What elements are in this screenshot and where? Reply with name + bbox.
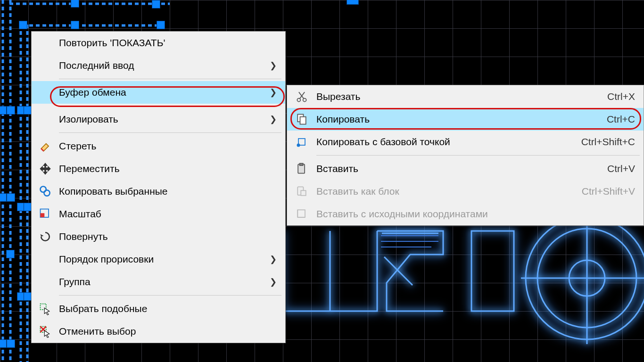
select-similar-icon bbox=[32, 302, 59, 315]
paste-origcoords-icon bbox=[287, 207, 316, 221]
copy-icon bbox=[287, 113, 316, 126]
grip[interactable] bbox=[6, 250, 15, 258]
submenu-arrow-icon: ❯ bbox=[267, 114, 277, 124]
clipboard-submenu: Вырезать Ctrl+X Копировать Ctrl+C Копиро… bbox=[287, 85, 644, 226]
menu-scale-label: Масштаб bbox=[59, 208, 267, 220]
svg-rect-31 bbox=[301, 190, 306, 196]
menu-separator bbox=[59, 79, 281, 79]
copy-basepoint-icon bbox=[287, 135, 316, 148]
menu-draworder-label: Порядок прорисовки bbox=[59, 254, 267, 265]
svg-point-27 bbox=[297, 144, 299, 146]
submenu-arrow-icon: ❯ bbox=[267, 60, 277, 71]
menu-copy-selection[interactable]: Копировать выбранные bbox=[32, 180, 285, 203]
grip[interactable] bbox=[7, 339, 15, 348]
grip[interactable] bbox=[157, 21, 165, 29]
submenu-arrow-icon: ❯ bbox=[267, 87, 277, 98]
menu-erase-label: Стереть bbox=[59, 140, 267, 152]
svg-rect-17 bbox=[41, 213, 45, 217]
move-icon bbox=[32, 162, 59, 175]
submenu-paste-orig[interactable]: Вставить с исходными координатами bbox=[287, 203, 644, 225]
menu-clipboard-label: Буфер обмена bbox=[59, 87, 267, 98]
deselect-icon bbox=[32, 325, 59, 338]
grip[interactable] bbox=[152, 0, 160, 8]
submenu-paste-block[interactable]: Вставить как блок Ctrl+Shift+V bbox=[287, 180, 644, 203]
submenu-cut-label: Вырезать bbox=[316, 91, 607, 102]
menu-copysel-label: Копировать выбранные bbox=[59, 186, 267, 197]
grip[interactable] bbox=[71, 0, 79, 8]
copy-selection-icon bbox=[32, 185, 59, 198]
submenu-pasteblock-shortcut: Ctrl+Shift+V bbox=[582, 186, 635, 197]
svg-point-15 bbox=[44, 190, 50, 196]
grip[interactable] bbox=[0, 193, 7, 202]
submenu-cut-shortcut: Ctrl+X bbox=[607, 91, 635, 102]
submenu-arrow-icon: ❯ bbox=[267, 277, 277, 287]
paste-icon bbox=[287, 162, 316, 175]
menu-group[interactable]: Группа ❯ bbox=[32, 271, 285, 293]
submenu-paste-label: Вставить bbox=[316, 163, 607, 174]
menu-rotate[interactable]: Повернуть bbox=[32, 225, 285, 248]
erase-icon bbox=[32, 140, 59, 153]
menu-scale[interactable]: Масштаб bbox=[32, 203, 285, 225]
submenu-paste[interactable]: Вставить Ctrl+V bbox=[287, 157, 644, 180]
menu-move[interactable]: Переместить bbox=[32, 157, 285, 180]
svg-rect-29 bbox=[300, 164, 303, 165]
submenu-copy-shortcut: Ctrl+C bbox=[607, 114, 635, 125]
submenu-copybase-label: Копировать с базовой точкой bbox=[316, 136, 581, 148]
svg-rect-25 bbox=[300, 117, 306, 124]
menu-group-label: Группа bbox=[59, 276, 267, 288]
menu-draw-order[interactable]: Порядок прорисовки ❯ bbox=[32, 248, 285, 271]
submenu-copy-label: Копировать bbox=[316, 114, 607, 125]
submenu-copy[interactable]: Копировать Ctrl+C bbox=[287, 108, 644, 131]
submenu-pasteorig-label: Вставить с исходными координатами bbox=[316, 208, 635, 220]
context-menu: Повторить 'ПОКАЗАТЬ' Последний ввод ❯ Бу… bbox=[31, 31, 286, 343]
menu-deselect[interactable]: Отменить выбор bbox=[32, 320, 285, 343]
submenu-pasteblock-label: Вставить как блок bbox=[316, 186, 582, 197]
grip[interactable] bbox=[0, 106, 7, 115]
menu-recent-label: Последний ввод bbox=[59, 60, 267, 71]
menu-selectsimilar-label: Выбрать подобные bbox=[59, 303, 267, 314]
grip[interactable] bbox=[0, 339, 7, 348]
menu-rotate-label: Повернуть bbox=[59, 231, 267, 242]
menu-recent-input[interactable]: Последний ввод ❯ bbox=[32, 54, 285, 77]
menu-erase[interactable]: Стереть bbox=[32, 135, 285, 157]
submenu-paste-shortcut: Ctrl+V bbox=[607, 163, 635, 174]
grip[interactable] bbox=[347, 0, 359, 5]
menu-separator bbox=[59, 106, 281, 106]
svg-rect-32 bbox=[297, 210, 305, 217]
grip[interactable] bbox=[71, 21, 79, 29]
grip[interactable] bbox=[19, 21, 27, 29]
submenu-arrow-icon: ❯ bbox=[267, 254, 277, 264]
submenu-copybase-shortcut: Ctrl+Shift+C bbox=[581, 136, 635, 148]
menu-repeat[interactable]: Повторить 'ПОКАЗАТЬ' bbox=[32, 32, 285, 54]
cut-icon bbox=[287, 90, 316, 103]
submenu-cut[interactable]: Вырезать Ctrl+X bbox=[287, 85, 644, 108]
menu-clipboard[interactable]: Буфер обмена ❯ bbox=[32, 81, 285, 104]
menu-select-similar[interactable]: Выбрать подобные bbox=[32, 297, 285, 320]
paste-block-icon bbox=[287, 185, 316, 198]
menu-isolate-label: Изолировать bbox=[59, 114, 267, 125]
grip[interactable] bbox=[7, 106, 15, 115]
rotate-icon bbox=[32, 230, 59, 243]
scale-icon bbox=[32, 207, 59, 221]
grip[interactable] bbox=[7, 193, 15, 202]
submenu-separator bbox=[316, 155, 640, 156]
menu-isolate[interactable]: Изолировать ❯ bbox=[32, 108, 285, 131]
menu-separator bbox=[59, 295, 281, 296]
menu-deselect-label: Отменить выбор bbox=[59, 326, 267, 337]
menu-repeat-label: Повторить 'ПОКАЗАТЬ' bbox=[59, 37, 267, 49]
submenu-copy-base[interactable]: Копировать с базовой точкой Ctrl+Shift+C bbox=[287, 131, 644, 153]
menu-move-label: Переместить bbox=[59, 163, 267, 174]
menu-separator bbox=[59, 132, 281, 133]
